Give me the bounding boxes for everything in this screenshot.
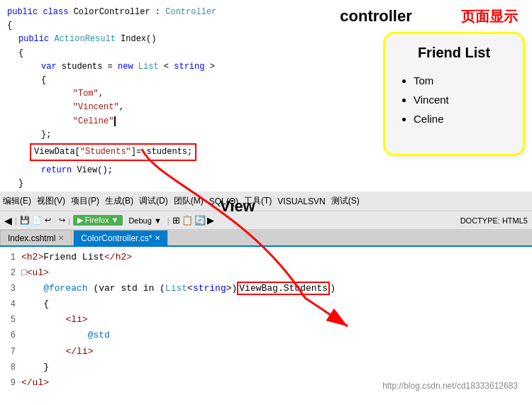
code-line-3: public ActionResult Index() xyxy=(18,33,262,46)
code-bottom-line-2: 2 □<ul> xyxy=(0,265,532,281)
view-label: View xyxy=(220,197,255,216)
code-line-10: }; xyxy=(41,128,262,142)
refresh-icon[interactable]: 🔄 xyxy=(194,215,206,226)
tab-index-cshtml[interactable]: Index.cshtml ✕ xyxy=(0,230,72,245)
code-close-method: } xyxy=(18,177,262,191)
line-number: 2 xyxy=(0,266,21,280)
code-line-5: var students = new List < string > xyxy=(41,60,262,74)
toolbar-item[interactable]: VISUALSVN xyxy=(277,196,325,206)
line-content: □<ul> xyxy=(21,265,532,281)
code-editor-top: public class ColorController : Controlle… xyxy=(0,0,262,192)
bottom-section: 编辑(E) 视图(V) 项目(P) 生成(B) 调试(D) 团队(M) SQL(… xyxy=(0,192,532,394)
tab-label-controller: ColorController.cs* xyxy=(81,233,152,243)
line-number: 9 xyxy=(0,376,21,390)
keyword-public: public xyxy=(7,7,38,17)
viewdata-statement: ViewData["Students"]= students; xyxy=(30,143,196,161)
save-icon[interactable]: 💾 xyxy=(20,216,30,225)
line-number: 1 xyxy=(0,250,21,265)
doctype-label: DOCTYPE: HTML5 xyxy=(460,216,528,225)
line-content: <h2>Friend List</h2> xyxy=(21,250,532,265)
friend-card: Friend List Tom Vincent Celine xyxy=(383,32,525,156)
code-bottom-line-5: 5 <li> xyxy=(0,312,532,328)
code-line-7: "Tom", xyxy=(52,87,262,101)
friend-item-celine: Celine xyxy=(414,109,509,128)
ide-toolbar: 编辑(E) 视图(V) 项目(P) 生成(B) 调试(D) 团队(M) SQL(… xyxy=(0,192,532,211)
code-line-6: { xyxy=(41,74,262,87)
file-icon[interactable]: 📋 xyxy=(182,215,193,226)
line-content: { xyxy=(21,296,532,312)
run2-icon[interactable]: ▶ xyxy=(207,215,214,226)
code-editor-bottom: 1 <h2>Friend List</h2> 2 □<ul> 3 @foreac… xyxy=(0,247,532,394)
line-content: @foreach (var std in (List<string>)ViewB… xyxy=(21,281,532,296)
toolbar-separator2: · xyxy=(54,216,56,225)
line-number: 3 xyxy=(0,282,21,296)
line-content: @std xyxy=(21,328,532,343)
code-bottom-line-4: 4 { xyxy=(0,296,532,312)
line-content: } xyxy=(21,360,532,375)
tab-close-index[interactable]: ✕ xyxy=(58,234,64,242)
toolbar-icons2: ⊞ 📋 🔄 ▶ xyxy=(172,215,214,226)
toolbar-item[interactable]: 视图(V) xyxy=(37,195,65,207)
page-display-label: 页面显示 xyxy=(461,7,518,26)
tab-close-controller[interactable]: ✕ xyxy=(155,234,160,242)
toolbar-item[interactable]: 项目(P) xyxy=(71,195,99,207)
friend-list: Tom Vincent Celine xyxy=(399,71,509,128)
code-line-4: { xyxy=(18,47,262,60)
toolbar-icons: 💾 📄 xyxy=(20,216,42,225)
toolbar-separator4: | xyxy=(167,216,170,225)
top-right-panel: controller 页面显示 Friend List Tom Vincent … xyxy=(262,0,532,192)
save-all-icon[interactable]: 📄 xyxy=(32,216,42,225)
toolbar-item[interactable]: 调试(D) xyxy=(139,195,168,207)
toolbar-arrow-back[interactable]: ◀ xyxy=(4,215,12,226)
friend-card-title: Friend List xyxy=(399,45,509,61)
toolbar-separator3: | xyxy=(68,216,70,225)
toolbar-item[interactable]: 团队(M) xyxy=(174,195,204,207)
code-bottom-line-3: 3 @foreach (var std in (List<string>)Vie… xyxy=(0,281,532,296)
code-bottom-line-7: 7 </li> xyxy=(0,344,532,360)
watermark: http://blog.csdn.net/cd18333612683 xyxy=(382,381,518,391)
toolbar-item[interactable]: 测试(S) xyxy=(331,195,360,207)
tab-color-controller[interactable]: ColorController.cs* ✕ xyxy=(73,230,168,245)
toolbar-item[interactable]: 生成(B) xyxy=(105,195,133,207)
code-return: return View(); xyxy=(41,164,262,177)
toolbar-redo[interactable]: ↪ xyxy=(59,216,65,225)
toolbar-separator: | xyxy=(15,216,17,225)
code-line-8: "Vincent", xyxy=(52,101,262,114)
line-number: 6 xyxy=(0,328,21,343)
browse-icon[interactable]: ⊞ xyxy=(172,215,180,226)
keyword-class: class xyxy=(43,7,68,17)
toolbar-undo[interactable]: ↩ xyxy=(45,216,51,225)
line-number: 7 xyxy=(0,345,21,359)
debug-mode[interactable]: Debu​g ▼ xyxy=(126,216,164,226)
code-line-9: "Celine" xyxy=(52,115,262,128)
friend-item-tom: Tom xyxy=(414,71,509,90)
code-bottom-line-6: 6 @std xyxy=(0,328,532,343)
run-button[interactable]: ▶ Firefox ▼ xyxy=(73,215,123,226)
line-number: 8 xyxy=(0,360,21,375)
tab-label-index: Index.cshtml xyxy=(8,233,55,243)
ide-tab-bar: Index.cshtml ✕ ColorController.cs* ✕ xyxy=(0,230,532,247)
line-number: 5 xyxy=(0,313,21,327)
toolbar-item[interactable]: 编辑(E) xyxy=(3,195,31,207)
code-bottom-line-8: 8 } xyxy=(0,360,532,375)
friend-item-vincent: Vincent xyxy=(414,90,509,109)
line-content: <li> xyxy=(21,312,532,328)
line-number: 4 xyxy=(0,297,21,311)
ide-icon-toolbar: ◀ | 💾 📄 ↩ · ↪ | ▶ Firefox ▼ Debu​g ▼ | ⊞… xyxy=(0,211,532,230)
code-bottom-line-1: 1 <h2>Friend List</h2> xyxy=(0,250,532,265)
top-section: public class ColorController : Controlle… xyxy=(0,0,532,192)
line-content: </li> xyxy=(21,344,532,360)
